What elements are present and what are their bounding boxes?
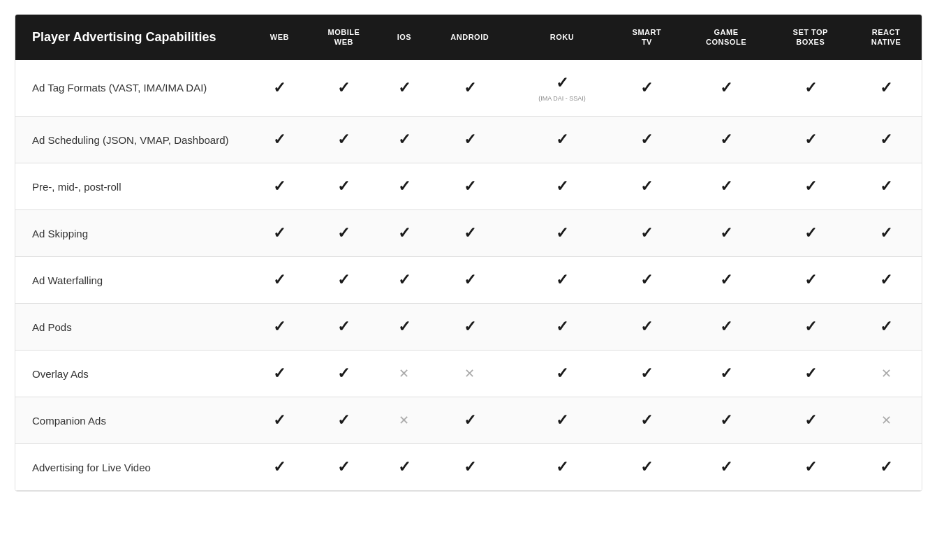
cell-react-native: ✓ xyxy=(850,60,922,117)
capabilities-table: Player Advertising Capabilities WEB MOBI… xyxy=(15,14,922,492)
cell-smart-tv: ✓ xyxy=(612,444,681,491)
cell-web: ✓ xyxy=(253,117,307,163)
feature-name: Pre-, mid-, post-roll xyxy=(15,163,253,210)
cell-smart-tv: ✓ xyxy=(612,351,681,397)
cell-roku: ✓ xyxy=(512,163,612,210)
table-row: Companion Ads ✓ ✓ ✕ ✓ ✓ ✓ ✓ ✓ ✕ xyxy=(15,397,922,444)
check-icon: ✓ xyxy=(464,224,476,242)
check-icon: ✓ xyxy=(337,364,350,383)
check-icon: ✓ xyxy=(556,74,568,92)
table-row: Ad Skipping ✓ ✓ ✓ ✓ ✓ ✓ ✓ ✓ ✓ xyxy=(15,210,922,257)
check-icon: ✓ xyxy=(273,364,286,383)
check-icon: ✓ xyxy=(880,177,892,196)
check-icon: ✓ xyxy=(273,224,286,242)
col-game-console: GAMECONSOLE xyxy=(682,15,771,60)
check-icon: ✓ xyxy=(337,411,350,429)
check-icon: ✓ xyxy=(273,271,286,289)
cell-ios: ✓ xyxy=(381,444,427,491)
cell-note: (IMA DAI - SSAI) xyxy=(538,95,586,103)
cell-android: ✕ xyxy=(427,351,512,397)
cell-android: ✓ xyxy=(427,304,512,351)
check-icon: ✓ xyxy=(804,458,817,476)
cell-set-top-boxes: ✓ xyxy=(770,163,850,210)
col-android: ANDROID xyxy=(427,15,512,60)
check-icon: ✓ xyxy=(398,318,411,336)
check-icon: ✓ xyxy=(640,271,653,289)
check-icon: ✓ xyxy=(398,224,411,242)
cell-ios: ✓ xyxy=(381,257,427,304)
check-icon: ✓ xyxy=(273,318,286,336)
check-icon: ✓ xyxy=(273,458,286,476)
cell-ios: ✓ xyxy=(381,304,427,351)
cell-mobile-web: ✓ xyxy=(307,117,381,163)
cell-react-native: ✕ xyxy=(850,351,922,397)
check-icon: ✓ xyxy=(464,271,476,289)
cell-mobile-web: ✓ xyxy=(307,210,381,257)
check-icon: ✓ xyxy=(804,318,817,336)
cell-smart-tv: ✓ xyxy=(612,210,681,257)
cell-ios: ✕ xyxy=(381,397,427,444)
check-icon: ✓ xyxy=(640,318,653,336)
cross-icon: ✕ xyxy=(881,366,892,381)
check-icon: ✓ xyxy=(398,271,411,289)
check-icon: ✓ xyxy=(398,458,411,476)
cell-smart-tv: ✓ xyxy=(612,117,681,163)
check-icon: ✓ xyxy=(640,177,653,196)
cell-set-top-boxes: ✓ xyxy=(770,210,850,257)
cell-game-console: ✓ xyxy=(682,304,771,351)
table-row: Overlay Ads ✓ ✓ ✕ ✕ ✓ ✓ ✓ ✓ ✕ xyxy=(15,351,922,397)
check-icon: ✓ xyxy=(556,458,568,476)
check-icon: ✓ xyxy=(337,458,350,476)
check-icon: ✓ xyxy=(337,131,350,149)
feature-name: Advertising for Live Video xyxy=(15,444,253,491)
check-icon: ✓ xyxy=(464,411,476,429)
col-mobile-web: MOBILEWEB xyxy=(307,15,381,60)
check-icon: ✓ xyxy=(398,131,411,149)
cell-game-console: ✓ xyxy=(682,117,771,163)
check-icon: ✓ xyxy=(720,131,732,149)
cell-game-console: ✓ xyxy=(682,60,771,117)
cell-web: ✓ xyxy=(253,60,307,117)
check-icon: ✓ xyxy=(880,458,892,476)
check-icon: ✓ xyxy=(556,224,568,242)
check-icon: ✓ xyxy=(880,271,892,289)
cell-set-top-boxes: ✓ xyxy=(770,444,850,491)
check-icon: ✓ xyxy=(464,177,476,196)
cell-game-console: ✓ xyxy=(682,397,771,444)
feature-name: Companion Ads xyxy=(15,397,253,444)
feature-name: Ad Skipping xyxy=(15,210,253,257)
col-react-native: REACTNATIVE xyxy=(850,15,922,60)
cell-set-top-boxes: ✓ xyxy=(770,351,850,397)
check-icon: ✓ xyxy=(556,177,568,196)
check-icon: ✓ xyxy=(273,131,286,149)
cell-android: ✓ xyxy=(427,117,512,163)
cell-mobile-web: ✓ xyxy=(307,444,381,491)
check-icon: ✓ xyxy=(720,318,732,336)
check-icon: ✓ xyxy=(337,224,350,242)
cell-android: ✓ xyxy=(427,397,512,444)
check-icon: ✓ xyxy=(464,458,476,476)
check-icon: ✓ xyxy=(337,79,350,97)
check-icon: ✓ xyxy=(804,364,817,383)
cell-roku: ✓ xyxy=(512,444,612,491)
check-icon: ✓ xyxy=(464,318,476,336)
cell-roku: ✓ xyxy=(512,257,612,304)
cell-web: ✓ xyxy=(253,351,307,397)
check-icon: ✓ xyxy=(556,411,568,429)
cell-web: ✓ xyxy=(253,397,307,444)
cell-set-top-boxes: ✓ xyxy=(770,397,850,444)
col-set-top-boxes: SET TOPBOXES xyxy=(770,15,850,60)
check-icon: ✓ xyxy=(880,79,892,97)
feature-name: Overlay Ads xyxy=(15,351,253,397)
table-header-row: Player Advertising Capabilities WEB MOBI… xyxy=(15,15,922,60)
check-icon: ✓ xyxy=(720,224,732,242)
feature-name: Ad Scheduling (JSON, VMAP, Dashboard) xyxy=(15,117,253,163)
cell-ios: ✓ xyxy=(381,163,427,210)
feature-name: Ad Pods xyxy=(15,304,253,351)
cell-android: ✓ xyxy=(427,257,512,304)
check-icon: ✓ xyxy=(556,318,568,336)
cell-game-console: ✓ xyxy=(682,351,771,397)
check-icon: ✓ xyxy=(464,79,476,97)
check-icon: ✓ xyxy=(804,224,817,242)
cell-game-console: ✓ xyxy=(682,163,771,210)
